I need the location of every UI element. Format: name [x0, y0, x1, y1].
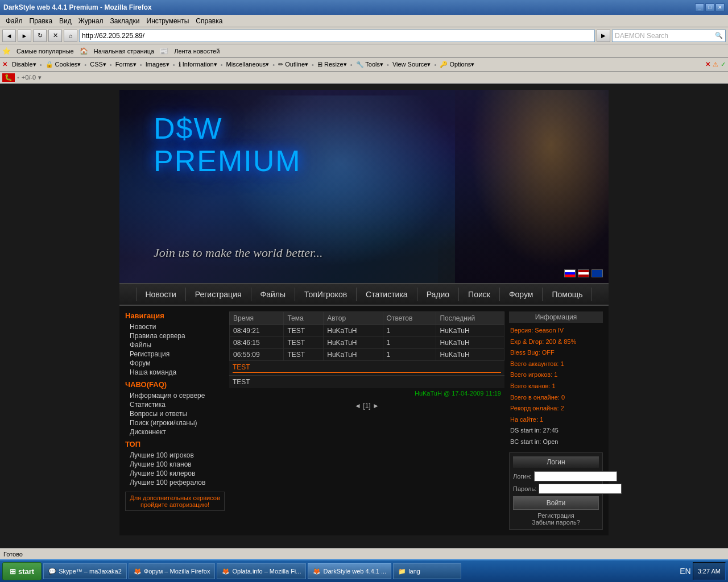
info-title: Информация [509, 311, 603, 323]
dev-disable[interactable]: Disable▾ [10, 60, 39, 69]
dev-outline[interactable]: ✏ Outline▾ [276, 60, 311, 69]
sidebar-link-files[interactable]: Файлы [125, 340, 225, 350]
reload-button[interactable]: ↻ [33, 30, 47, 42]
nav-help[interactable]: Помощь [543, 288, 592, 301]
forgot-password-link[interactable]: Забыли пароль? [513, 519, 599, 526]
prev-page-button[interactable]: ◄ [354, 402, 361, 410]
url-input[interactable] [82, 32, 592, 40]
bookmark-news[interactable]: Лента новостей [172, 47, 222, 55]
info-clans: Всего кланов: 1 [509, 381, 603, 392]
login-password-input[interactable] [539, 484, 622, 494]
dev-cookies[interactable]: 🔒 Cookies▾ [43, 60, 84, 69]
menu-file[interactable]: Файл [2, 16, 26, 26]
search-input[interactable] [615, 32, 715, 40]
dev-css[interactable]: CSS▾ [88, 60, 109, 69]
sidebar-link-news[interactable]: Новости [125, 322, 225, 331]
go-button[interactable]: ▶ [597, 30, 610, 42]
info-version: Версия: Season IV [509, 325, 603, 336]
disable-button[interactable]: ✕ [2, 61, 7, 68]
forum-topic-3[interactable]: TEST [284, 349, 324, 361]
sidebar-link-top100clans[interactable]: Лучшие 100 кланов [125, 460, 225, 469]
minimize-button[interactable]: _ [695, 3, 704, 11]
flag-lv[interactable] [578, 269, 589, 277]
menu-tools[interactable]: Инструменты [143, 16, 193, 26]
nav-register[interactable]: Регистрация [186, 288, 251, 301]
forum-time-2: 08:46:15 [230, 337, 284, 349]
forum-topic-1[interactable]: TEST [284, 325, 324, 337]
home-button[interactable]: ⌂ [64, 30, 77, 42]
forum-topic-2[interactable]: TEST [284, 337, 324, 349]
info-accounts: Всего аккаунтов: 1 [509, 359, 603, 370]
flag-ru[interactable] [564, 269, 576, 277]
flag-en[interactable] [592, 269, 603, 277]
info-site-value: 1 [540, 416, 543, 423]
dev-information[interactable]: ℹ Information▾ [176, 60, 220, 69]
dev-images[interactable]: Images▾ [143, 60, 172, 69]
stop-button[interactable]: ✕ [48, 30, 62, 42]
sidebar-link-rules[interactable]: Правила сервера [125, 331, 225, 340]
table-row[interactable]: 06:55:09 TEST HuKaTuH 1 HuKaTuH [230, 349, 504, 361]
dev-tools[interactable]: 🔧 Tools▾ [354, 60, 386, 69]
address-bar[interactable] [79, 30, 595, 42]
menu-history[interactable]: Журнал [75, 16, 107, 26]
forum-table: Время Тема Автор Ответов Последний 08:49… [229, 311, 504, 361]
bookmark-popular[interactable]: Самые популярные [14, 47, 76, 55]
dev-options[interactable]: 🔑 Options▾ [437, 60, 477, 69]
status-bar: Готово [0, 548, 728, 559]
menu-help[interactable]: Справка [192, 16, 226, 26]
nav-radio[interactable]: Радио [417, 288, 459, 301]
info-record-label: Рекорд онлайна: [510, 405, 559, 411]
login-username-input[interactable] [534, 471, 617, 481]
bookmark-home[interactable]: Начальная страница [92, 47, 156, 55]
info-exp-value: 200 & 85% [545, 338, 576, 345]
info-bless-value: OFF [542, 349, 555, 356]
maximize-button[interactable]: □ [705, 3, 714, 11]
sidebar-link-forum[interactable]: Форум [125, 359, 225, 368]
nav-files[interactable]: Файлы [251, 288, 295, 301]
nav-stats[interactable]: Статистика [357, 288, 417, 301]
sidebar-link-stats[interactable]: Статистика [125, 400, 225, 409]
dev-view-source[interactable]: View Source▾ [390, 60, 433, 69]
page-number[interactable]: [1] [363, 402, 373, 410]
sidebar-link-top100referrals[interactable]: Лучшие 100 рефералов [125, 478, 225, 487]
dev-resize[interactable]: ⊞ Resize▾ [315, 60, 349, 69]
sidebar-link-top100killers[interactable]: Лучшие 100 килеров [125, 469, 225, 478]
sidebar-link-search[interactable]: Поиск (игроки/кланы) [125, 418, 225, 427]
dev-misc[interactable]: Miscellaneous▾ [224, 60, 272, 69]
character-art [438, 90, 609, 283]
firebug-icon[interactable]: 🐛 [2, 73, 15, 82]
login-submit-button[interactable]: Войти [513, 496, 599, 510]
next-page-button[interactable]: ► [373, 402, 379, 410]
table-row[interactable]: 08:49:21 TEST HuKaTuH 1 HuKaTuH [230, 325, 504, 337]
forum-replies-1: 1 [383, 325, 436, 337]
logo-line1: D$W [154, 113, 301, 145]
search-bar[interactable]: 🔍 [612, 30, 726, 42]
sidebar-link-disconnect[interactable]: Дисконнект [125, 427, 225, 436]
browser-titlebar: DarkStyle web 4.4.1 Premium - Mozilla Fi… [0, 0, 728, 15]
banner-logo: D$W PREMIUM [154, 113, 301, 177]
sidebar-link-qa[interactable]: Вопросы и ответы [125, 409, 225, 418]
sidebar-link-server-info[interactable]: Информация о сервере [125, 391, 225, 400]
dev-forms[interactable]: Forms▾ [113, 60, 139, 69]
menu-edit[interactable]: Правка [26, 16, 56, 26]
sidebar-link-register[interactable]: Регистрация [125, 350, 225, 359]
back-button[interactable]: ◄ [2, 30, 16, 42]
nav-top-players[interactable]: ТопИгроков [295, 288, 357, 301]
close-button[interactable]: ✕ [715, 3, 725, 11]
menu-view[interactable]: Вид [56, 16, 75, 26]
info-bless-label: Bless Bug: [510, 349, 540, 356]
sidebar-link-top100players[interactable]: Лучшие 100 игроков [125, 451, 225, 460]
info-players-value: 1 [554, 371, 557, 378]
table-row[interactable]: 08:46:15 TEST HuKaTuH 1 HuKaTuH [230, 337, 504, 349]
forum-pagination: ◄ [1] ► [229, 398, 504, 413]
forward-button[interactable]: ► [18, 30, 31, 42]
sidebar-link-team[interactable]: Наша команда [125, 368, 225, 377]
nav-news[interactable]: Новости [136, 288, 186, 301]
menu-bookmarks[interactable]: Закладки [107, 16, 143, 26]
forum-col-last: Последний [436, 312, 504, 325]
register-link[interactable]: Регистрация [513, 512, 599, 519]
nav-forum[interactable]: Форум [500, 288, 543, 301]
firebug-dropdown[interactable]: ▾ [38, 74, 42, 81]
nav-search[interactable]: Поиск [459, 288, 500, 301]
info-clans-label: Всего кланов: [510, 383, 550, 389]
